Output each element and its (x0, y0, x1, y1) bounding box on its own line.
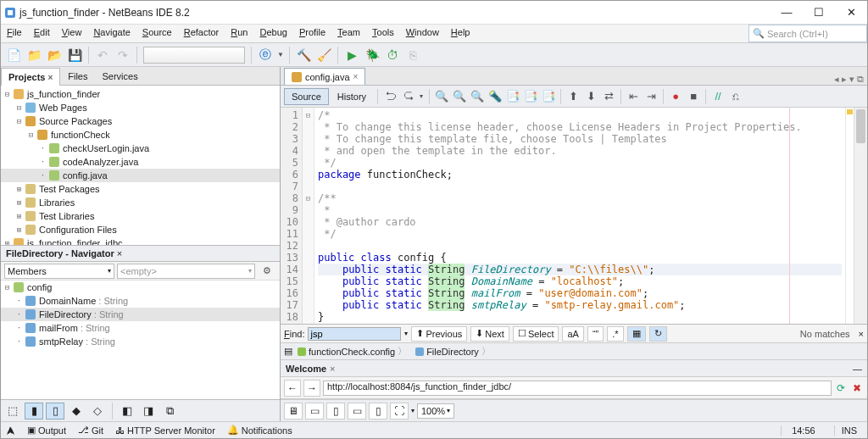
new-file-button[interactable]: 📄 (4, 46, 23, 64)
debug-button[interactable]: 🪲 (363, 46, 381, 64)
menu-edit[interactable]: Edit (28, 25, 56, 42)
menu-source[interactable]: Source (136, 25, 178, 42)
breadcrumb-toggle-icon[interactable]: ▤ (284, 346, 292, 357)
attach-button[interactable]: ⎘ (403, 46, 422, 64)
expand-button[interactable]: ⮝ (4, 425, 17, 436)
close-icon[interactable]: × (117, 248, 122, 258)
close-icon[interactable]: × (353, 72, 359, 81)
build-button[interactable]: 🔨 (294, 46, 313, 64)
editor-tab[interactable]: config.java × (284, 68, 365, 85)
next-error-icon[interactable]: ⬇ (582, 88, 599, 105)
find-next-icon[interactable]: 🔍 (469, 88, 486, 105)
bookmark-prev-icon[interactable]: 📑 (504, 88, 521, 105)
close-icon[interactable]: × (47, 73, 53, 82)
menu-view[interactable]: View (56, 25, 88, 42)
tree-item[interactable]: ·smtpRelay : String (1, 335, 280, 348)
macro-stop-icon[interactable]: ■ (685, 88, 702, 105)
uncomment-icon[interactable]: ⎌ (727, 88, 744, 105)
new-project-button[interactable]: 📁 (25, 46, 43, 64)
browser-button[interactable]: ⓔ (256, 46, 275, 64)
error-stripe[interactable] (845, 108, 854, 324)
menu-help[interactable]: Help (445, 25, 476, 42)
browser-back-button[interactable]: ← (284, 380, 301, 397)
zoom-combo[interactable]: 100% ▾ (417, 403, 454, 419)
welcome-tab[interactable]: Welcome× — (281, 360, 867, 377)
profile-button[interactable]: ⏱ (383, 46, 402, 64)
prev-error-icon[interactable]: ⬆ (565, 88, 581, 105)
filter-3[interactable]: ▯ (46, 403, 64, 420)
filter-4[interactable]: ◆ (67, 403, 86, 420)
menu-profile[interactable]: Profile (293, 25, 331, 42)
nav-settings-icon[interactable]: ⚙ (258, 262, 276, 281)
fold-gutter[interactable]: ⊟ ⊟ (303, 108, 314, 324)
tree-item[interactable]: ⊟config (1, 281, 280, 294)
browser-url-input[interactable]: http://localhost:8084/js_function_finder… (323, 381, 832, 396)
find-selection-icon[interactable]: 🔍 (433, 88, 450, 105)
code-editor[interactable]: 12345678910111213141516171819 ⊟ ⊟ /* * T… (281, 108, 867, 325)
history-view-button[interactable]: History (330, 88, 374, 105)
menu-file[interactable]: File (1, 25, 28, 42)
find-input[interactable] (308, 327, 401, 341)
tab-files[interactable]: Files (61, 67, 94, 85)
device-desktop-icon[interactable]: 🖥 (284, 403, 303, 420)
tree-item[interactable]: ⊟Web Pages (1, 101, 280, 114)
tree-item[interactable]: ⊞Test Libraries (1, 209, 280, 223)
bookmark-toggle-icon[interactable]: 📑 (540, 88, 557, 105)
project-tree[interactable]: ⊟js_function_finder⊟Web Pages⊟Source Pac… (1, 86, 280, 245)
members-combo[interactable]: Members▾ (4, 264, 114, 279)
tree-item[interactable]: ⊟functionCheck (1, 128, 280, 142)
find-select-button[interactable]: ☐ Select (513, 326, 559, 342)
menu-tools[interactable]: Tools (366, 25, 400, 42)
breadcrumb-item[interactable]: functionCheck.config〉 (294, 345, 410, 358)
tree-item[interactable]: ⊞Configuration Files (1, 223, 280, 236)
macro-record-icon[interactable]: ● (667, 88, 684, 105)
filter-8[interactable]: ⧉ (160, 403, 179, 420)
menu-refactor[interactable]: Refactor (178, 25, 225, 42)
regex-icon[interactable]: .* (607, 326, 623, 342)
filter-5[interactable]: ◇ (88, 403, 107, 420)
tree-item[interactable]: ·checkUserLogin.java (1, 142, 280, 155)
tree-item[interactable]: ·mailFrom : String (1, 321, 280, 335)
nav-fwd-icon[interactable]: ⮎ (399, 88, 416, 105)
menu-run[interactable]: Run (225, 25, 253, 42)
tree-item[interactable]: ·DomainName : String (1, 294, 280, 308)
vertical-scrollbar[interactable] (854, 108, 867, 324)
shift-left-icon[interactable]: ⇤ (625, 88, 642, 105)
tab-projects[interactable]: Projects× (1, 68, 60, 86)
status-git[interactable]: ⎇ Git (76, 425, 105, 436)
find-prev-button[interactable]: ⬆ Previous (411, 326, 467, 342)
device-dropdown-icon[interactable]: ▾ (411, 407, 415, 414)
status-notifications[interactable]: 🔔 Notifications (225, 425, 294, 436)
breadcrumb-item[interactable]: FileDirectory〉 (412, 345, 494, 358)
run-button[interactable]: ▶ (342, 46, 361, 64)
maximize-button[interactable]: ☐ (806, 4, 832, 21)
code-area[interactable]: /* * To change this license header, choo… (314, 108, 845, 324)
nav-dropdown-icon[interactable]: ▾ (417, 88, 426, 105)
device-custom-icon[interactable]: ⛶ (390, 403, 409, 420)
redo-button[interactable]: ↷ (114, 46, 132, 64)
whole-word-icon[interactable]: “” (587, 326, 604, 342)
find-dropdown-icon[interactable]: ▾ (404, 330, 408, 337)
filter-2[interactable]: ▮ (25, 403, 43, 420)
tree-item[interactable]: ·codeAnalyzer.java (1, 155, 280, 169)
menu-debug[interactable]: Debug (253, 25, 292, 42)
browser-dropdown[interactable]: ▼ (276, 46, 285, 64)
find-next-button[interactable]: ⬇ Next (470, 326, 509, 342)
config-combo[interactable] (143, 47, 245, 64)
browser-fwd-button[interactable]: → (303, 380, 320, 397)
tab-controls[interactable]: ◂ ▸ ▾ ⧉ (834, 74, 864, 85)
device-tablet-p-icon[interactable]: ▯ (326, 403, 345, 420)
find-prev-icon[interactable]: 🔍 (451, 88, 468, 105)
menu-team[interactable]: Team (331, 25, 366, 42)
tree-item[interactable]: ⊟js_function_finder (1, 87, 280, 101)
toggle-highlight-icon[interactable]: 🔦 (487, 88, 504, 105)
device-tablet-l-icon[interactable]: ▭ (305, 403, 324, 420)
status-output[interactable]: ▣ Output (25, 425, 68, 436)
quick-search[interactable]: 🔍Search (Ctrl+I) (748, 25, 867, 42)
open-button[interactable]: 📂 (45, 46, 64, 64)
clean-build-button[interactable]: 🧹 (314, 46, 333, 64)
diff-icon[interactable]: ⇄ (600, 88, 617, 105)
device-phone-l-icon[interactable]: ▭ (348, 403, 366, 420)
device-phone-p-icon[interactable]: ▯ (369, 403, 387, 420)
comment-icon[interactable]: // (709, 88, 726, 105)
